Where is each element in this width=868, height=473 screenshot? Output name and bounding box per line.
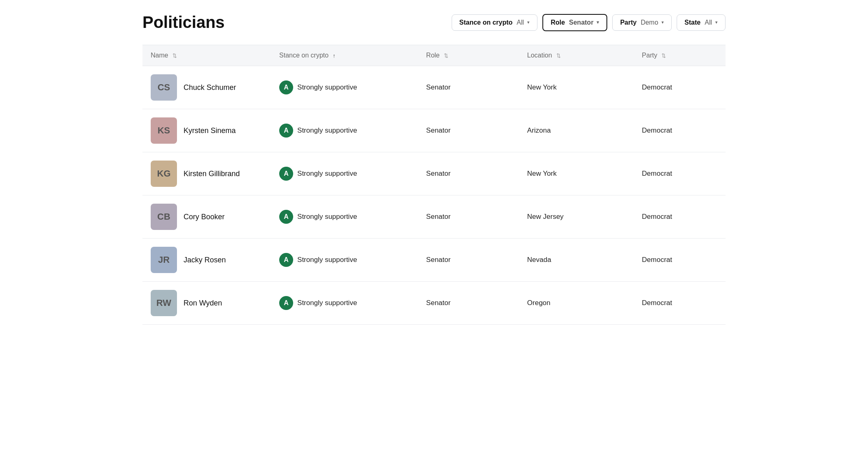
location-cell-0: New York [519,66,634,109]
location-cell-4: Nevada [519,239,634,282]
grade-badge-1: A [279,124,293,138]
state-filter-value: All [705,19,712,26]
name-cell-5: RW Ron Wyden [142,282,271,325]
table-row[interactable]: KG Kirsten Gillibrand A Strongly support… [142,152,726,195]
stance-text-5: Strongly supportive [297,299,357,307]
avatar-1: KS [151,117,177,144]
role-filter-label: Role [551,19,565,26]
location-sort-icon: ⇅ [556,53,561,59]
stance-text-4: Strongly supportive [297,256,357,264]
party-cell-2: Democrat [634,152,726,195]
role-cell-2: Senator [418,152,519,195]
party-filter-value: Demo [641,19,658,26]
avatar-0: CS [151,74,177,101]
party-cell-1: Democrat [634,109,726,152]
party-cell-4: Democrat [634,239,726,282]
role-cell-1: Senator [418,109,519,152]
col-header-role[interactable]: Role ⇅ [418,45,519,66]
stance-filter-label: Stance on crypto [459,19,513,26]
location-cell-2: New York [519,152,634,195]
role-cell-3: Senator [418,195,519,239]
grade-badge-2: A [279,167,293,181]
col-header-party[interactable]: Party ⇅ [634,45,726,66]
table-row[interactable]: KS Kyrsten Sinema A Strongly supportive … [142,109,726,152]
politicians-table: Name ⇅ Stance on crypto ↑ Role ⇅ Locatio… [142,45,726,325]
stance-filter-value: All [517,19,524,26]
col-header-stance[interactable]: Stance on crypto ↑ [271,45,418,66]
name-sort-icon: ⇅ [172,53,177,59]
party-filter-button[interactable]: Party Demo ▾ [612,14,672,31]
stance-cell-0: A Strongly supportive [271,66,418,109]
avatar-3: CB [151,204,177,230]
role-filter-chevron-icon: ▾ [597,20,599,25]
person-name-3: Cory Booker [184,213,225,221]
state-filter-button[interactable]: State All ▾ [677,14,726,31]
grade-badge-4: A [279,253,293,267]
grade-badge-0: A [279,80,293,94]
stance-text-3: Strongly supportive [297,213,357,221]
col-header-location[interactable]: Location ⇅ [519,45,634,66]
role-filter-value: Senator [569,19,594,26]
role-cell-5: Senator [418,282,519,325]
party-filter-label: Party [620,19,636,26]
table-row[interactable]: RW Ron Wyden A Strongly supportive Senat… [142,282,726,325]
role-cell-0: Senator [418,66,519,109]
col-header-name[interactable]: Name ⇅ [142,45,271,66]
party-filter-chevron-icon: ▾ [661,20,664,25]
filter-bar: Stance on crypto All ▾ Role Senator ▾ Pa… [452,14,726,31]
person-name-1: Kyrsten Sinema [184,126,236,135]
name-cell-2: KG Kirsten Gillibrand [142,152,271,195]
table-row[interactable]: CB Cory Booker A Strongly supportive Sen… [142,195,726,239]
party-cell-5: Democrat [634,282,726,325]
role-filter-button[interactable]: Role Senator ▾ [542,14,607,31]
table-row[interactable]: CS Chuck Schumer A Strongly supportive S… [142,66,726,109]
person-name-4: Jacky Rosen [184,256,226,264]
role-cell-4: Senator [418,239,519,282]
role-sort-icon: ⇅ [444,53,448,59]
location-cell-1: Arizona [519,109,634,152]
stance-filter-chevron-icon: ▾ [527,20,530,25]
party-cell-3: Democrat [634,195,726,239]
name-cell-0: CS Chuck Schumer [142,66,271,109]
stance-filter-button[interactable]: Stance on crypto All ▾ [452,14,538,31]
location-cell-5: Oregon [519,282,634,325]
person-name-2: Kirsten Gillibrand [184,170,240,178]
stance-sort-icon: ↑ [333,53,336,59]
table-row[interactable]: JR Jacky Rosen A Strongly supportive Sen… [142,239,726,282]
state-filter-label: State [684,19,700,26]
name-cell-3: CB Cory Booker [142,195,271,239]
avatar-5: RW [151,290,177,316]
name-cell-1: KS Kyrsten Sinema [142,109,271,152]
stance-text-1: Strongly supportive [297,126,357,135]
avatar-4: JR [151,247,177,273]
stance-text-2: Strongly supportive [297,170,357,178]
table-header: Name ⇅ Stance on crypto ↑ Role ⇅ Locatio… [142,45,726,66]
grade-badge-3: A [279,210,293,224]
table-body: CS Chuck Schumer A Strongly supportive S… [142,66,726,325]
page-title: Politicians [142,13,225,32]
stance-text-0: Strongly supportive [297,83,357,92]
stance-cell-1: A Strongly supportive [271,109,418,152]
grade-badge-5: A [279,296,293,310]
page-header: Politicians Stance on crypto All ▾ Role … [142,13,726,32]
location-cell-3: New Jersey [519,195,634,239]
stance-cell-4: A Strongly supportive [271,239,418,282]
state-filter-chevron-icon: ▾ [715,20,718,25]
avatar-2: KG [151,161,177,187]
name-cell-4: JR Jacky Rosen [142,239,271,282]
party-cell-0: Democrat [634,66,726,109]
person-name-5: Ron Wyden [184,299,222,308]
stance-cell-3: A Strongly supportive [271,195,418,239]
stance-cell-2: A Strongly supportive [271,152,418,195]
stance-cell-5: A Strongly supportive [271,282,418,325]
person-name-0: Chuck Schumer [184,83,236,92]
party-sort-icon: ⇅ [661,53,666,59]
